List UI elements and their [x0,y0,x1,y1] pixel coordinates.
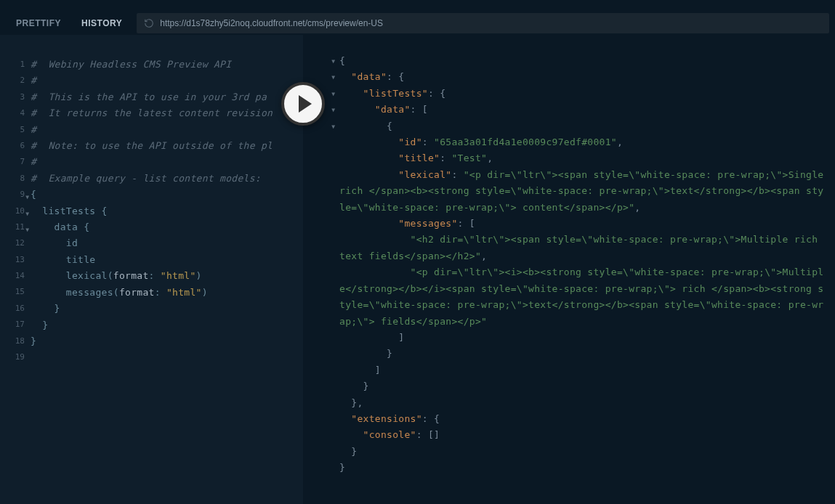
punc: : { [422,413,440,424]
key-listTests: "listTests" [363,88,428,99]
line-number: 14 [0,268,25,284]
comment: # Example query - list content models: [31,173,261,184]
brace: { [95,206,107,216]
fold-icon[interactable]: ▼ [25,206,29,222]
brace: { [78,221,89,232]
punc: : [] [416,429,440,440]
line-number: 6 [0,138,25,154]
line-number: 4 [0,105,25,121]
line-gutter: 1 2 3 4 5 6 7 8 9▼ 10▼ 11▼ 12 13 14 15 1… [0,35,31,504]
key-title: "title" [398,153,440,163]
comma: , [481,251,487,261]
value-message: "<p dir=\"ltr\"><i><b><strong style=\"wh… [339,267,823,326]
key-console: "console" [363,429,416,440]
fold-icon[interactable]: ▼ [331,107,335,113]
key-id: "id" [398,137,422,147]
line-number: 1 [0,57,25,73]
line-number: 16 [0,301,25,317]
key-messages: "messages" [398,218,457,229]
brace: } [42,320,48,330]
field-listTests: listTests [42,206,95,216]
field-data: data [55,221,78,232]
brace: { [31,189,36,200]
history-button[interactable]: HISTORY [71,14,132,33]
field-id: id [66,237,78,248]
fold-icon[interactable]: ▼ [25,190,29,206]
bracket: ] [398,332,404,343]
field-title: title [66,254,96,265]
key-data: "data" [375,104,411,115]
punc: : { [387,71,404,82]
top-spacer [0,0,835,12]
fold-icon[interactable]: ▼ [331,91,335,97]
punc: : [ [411,104,428,115]
field-lexical: lexical [66,270,108,281]
play-icon [299,95,312,113]
comment: # Webiny Headless CMS Preview API [31,59,231,70]
brace: } [363,381,369,391]
value-message: "<h2 dir=\"ltr\"><span style=\"white-spa… [339,234,823,261]
query-code[interactable]: # Webiny Headless CMS Preview API # # Th… [31,35,303,504]
comma: , [617,137,623,147]
fold-icon[interactable]: ▼ [331,123,335,130]
prettify-button[interactable]: PRETTIFY [6,14,71,33]
line-number: 11▼ [0,219,25,235]
key-data: "data" [351,71,387,82]
brace: { [339,55,345,66]
line-number: 12 [0,235,25,251]
value-id: "65aa3a01fd4a1e0009c97edf#0001" [434,137,617,147]
arg-format: format [113,270,149,281]
bracket: ] [375,365,381,375]
string-html: "html" [161,270,196,281]
comma: , [487,153,493,163]
toolbar: PRETTIFY HISTORY https://d1s78zhy5i2noq.… [0,12,835,35]
brace: } [55,303,60,314]
comment: # Note: to use the API outside of the pl [31,140,273,151]
paren: ( [113,287,119,298]
url-text: https://d1s78zhy5i2noq.cloudfront.net/cm… [160,18,383,28]
brace: { [387,121,392,131]
comment: # [31,124,36,135]
fold-icon[interactable]: ▼ [25,222,29,238]
brace: } [31,336,36,346]
key-lexical: "lexical" [398,169,451,180]
line-number: 8 [0,171,25,187]
url-bar[interactable]: https://d1s78zhy5i2noq.cloudfront.net/cm… [137,13,829,33]
colon: : [149,270,161,281]
brace: } [351,446,357,457]
line-number: 5 [0,122,25,138]
value-title: "Test" [451,153,487,163]
line-number: 7 [0,154,25,170]
result-code[interactable]: { "data": { "listTests": { "data": [ { "… [339,35,835,504]
execute-button[interactable] [281,82,325,126]
fold-icon[interactable]: ▼ [331,58,335,65]
line-number: 19 [0,349,25,365]
line-number: 17 [0,317,25,333]
fold-icon[interactable]: ▼ [331,74,335,81]
comment: # It returns the latest content revision [31,107,273,118]
line-number: 10▼ [0,203,25,219]
line-number: 18 [0,333,25,349]
brace: } [387,348,392,359]
comma: , [634,202,640,213]
line-number: 2 [0,73,25,89]
colon: : [155,287,166,298]
line-number: 3 [0,89,25,105]
punc: : [ [458,218,475,229]
refresh-icon [144,18,154,28]
line-number: 15 [0,284,25,300]
comma: , [357,397,363,408]
query-pane[interactable]: 1 2 3 4 5 6 7 8 9▼ 10▼ 11▼ 12 13 14 15 1… [0,35,303,504]
punc: : { [428,88,445,99]
brace: } [339,462,345,473]
comment: # [31,75,36,86]
comment: # [31,156,36,167]
comment: # This is the API to use in your 3rd pa [31,92,267,102]
arg-format: format [119,287,155,298]
paren: ) [202,287,208,298]
key-extensions: "extensions" [351,413,422,424]
line-number: 13 [0,252,25,268]
paren: ) [196,270,202,281]
result-pane[interactable]: ▼ ▼ ▼ ▼ ▼ { "data": { "listTests": { "da… [303,35,835,504]
editor-area: 1 2 3 4 5 6 7 8 9▼ 10▼ 11▼ 12 13 14 15 1… [0,35,835,504]
